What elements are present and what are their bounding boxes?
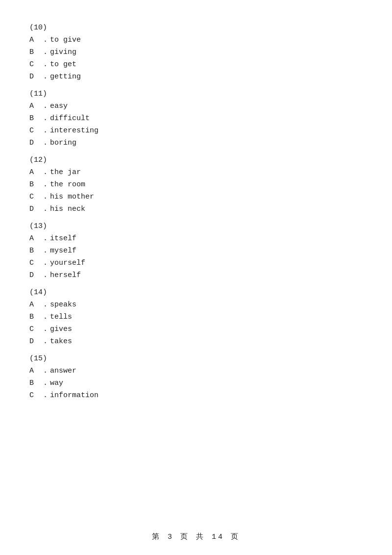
option-letter-q2-2: C [29,193,43,201]
page-footer: 第 3 页 共 14 页 [0,532,392,541]
option-dot-q5-2: . [43,391,50,400]
option-dot-q0-3: . [43,73,50,81]
option-line-q1-0: A. easy [29,102,363,110]
option-dot-q4-2: . [43,325,50,333]
option-letter-q3-3: D [29,271,43,279]
option-text-q1-0: easy [50,102,68,110]
option-letter-q0-3: D [29,73,43,81]
option-line-q3-0: A. itself [29,234,363,243]
option-line-q0-1: B. giving [29,48,363,56]
option-line-q1-1: B. difficult [29,114,363,123]
option-letter-q0-0: A [29,36,43,44]
option-dot-q3-1: . [43,247,50,255]
option-dot-q0-1: . [43,48,50,56]
option-line-q3-1: B. myself [29,247,363,255]
option-line-q2-2: C. his mother [29,193,363,201]
option-text-q2-1: the room [50,180,85,189]
option-text-q2-0: the jar [50,168,81,177]
option-text-q1-1: difficult [50,114,90,123]
option-text-q1-3: boring [50,139,76,147]
option-text-q4-1: tells [50,313,72,321]
option-dot-q1-2: . [43,126,50,135]
option-letter-q1-1: B [29,114,43,123]
option-dot-q3-0: . [43,234,50,243]
option-line-q4-2: C. gives [29,325,363,333]
page-content: (10)A. to giveB. givingC. to getD. getti… [0,0,392,433]
option-text-q4-0: speaks [50,301,76,309]
option-dot-q4-3: . [43,337,50,346]
question-number-0: (10) [29,24,363,32]
option-text-q3-2: yourself [50,259,85,267]
option-line-q2-0: A. the jar [29,168,363,177]
option-text-q1-2: interesting [50,126,98,135]
option-text-q5-0: answer [50,367,76,375]
option-line-q2-1: B. the room [29,180,363,189]
option-letter-q5-0: A [29,367,43,375]
option-text-q0-3: getting [50,73,81,81]
option-line-q3-2: C. yourself [29,259,363,267]
question-number-5: (15) [29,354,363,363]
option-text-q2-3: his neck [50,205,85,213]
option-text-q5-2: information [50,391,98,400]
option-text-q3-3: herself [50,271,81,279]
option-letter-q3-1: B [29,247,43,255]
option-text-q2-2: his mother [50,193,94,201]
option-letter-q2-1: B [29,180,43,189]
option-dot-q1-0: . [43,102,50,110]
option-line-q0-2: C. to get [29,60,363,69]
option-line-q4-1: B. tells [29,313,363,321]
option-dot-q5-1: . [43,379,50,387]
option-dot-q2-1: . [43,180,50,189]
option-dot-q0-0: . [43,36,50,44]
option-line-q5-2: C. information [29,391,363,400]
option-letter-q4-1: B [29,313,43,321]
option-line-q1-3: D. boring [29,139,363,147]
option-dot-q3-3: . [43,271,50,279]
option-letter-q3-0: A [29,234,43,243]
option-letter-q4-3: D [29,337,43,346]
option-dot-q3-2: . [43,259,50,267]
option-text-q4-2: gives [50,325,72,333]
option-letter-q1-0: A [29,102,43,110]
option-dot-q2-0: . [43,168,50,177]
option-line-q5-0: A. answer [29,367,363,375]
option-line-q0-0: A. to give [29,36,363,44]
option-text-q3-0: itself [50,234,76,243]
option-letter-q4-0: A [29,301,43,309]
option-text-q0-1: giving [50,48,76,56]
option-dot-q1-1: . [43,114,50,123]
option-text-q3-1: myself [50,247,76,255]
option-line-q5-1: B. way [29,379,363,387]
question-number-2: (12) [29,156,363,164]
option-text-q5-1: way [50,379,63,387]
option-dot-q4-0: . [43,301,50,309]
option-letter-q2-0: A [29,168,43,177]
option-dot-q2-3: . [43,205,50,213]
question-number-1: (11) [29,90,363,98]
option-dot-q2-2: . [43,193,50,201]
option-letter-q2-3: D [29,205,43,213]
option-letter-q1-2: C [29,126,43,135]
option-text-q4-3: takes [50,337,72,346]
option-dot-q1-3: . [43,139,50,147]
option-line-q4-3: D. takes [29,337,363,346]
option-letter-q1-3: D [29,139,43,147]
option-line-q1-2: C. interesting [29,126,363,135]
option-line-q3-3: D. herself [29,271,363,279]
option-dot-q5-0: . [43,367,50,375]
option-letter-q3-2: C [29,259,43,267]
option-dot-q4-1: . [43,313,50,321]
option-line-q2-3: D. his neck [29,205,363,213]
option-letter-q4-2: C [29,325,43,333]
footer-text: 第 3 页 共 14 页 [152,533,240,541]
option-dot-q0-2: . [43,60,50,69]
option-line-q0-3: D. getting [29,73,363,81]
option-line-q4-0: A. speaks [29,301,363,309]
option-letter-q0-1: B [29,48,43,56]
option-letter-q5-1: B [29,379,43,387]
question-number-3: (13) [29,222,363,230]
option-text-q0-0: to give [50,36,81,44]
option-letter-q5-2: C [29,391,43,400]
option-text-q0-2: to get [50,60,76,69]
question-number-4: (14) [29,288,363,297]
